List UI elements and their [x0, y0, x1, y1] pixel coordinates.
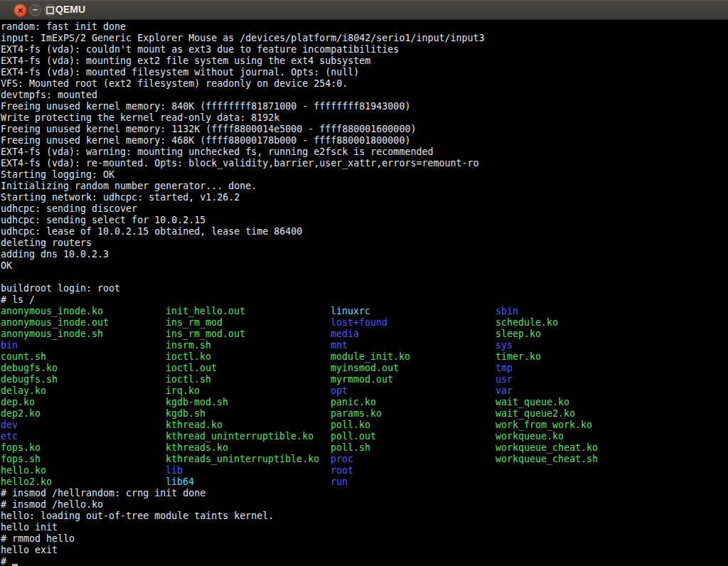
console-line: Freeing unused kernel memory: 1132K (fff… [1, 124, 728, 135]
console-line: udhcpc: sending discover [1, 203, 728, 215]
console-line [1, 272, 728, 283]
file-entry: poll.sh [331, 442, 370, 454]
file-entry: kthreads_uninterruptible.ko [166, 454, 319, 465]
file-entry: delay.ko [1, 385, 46, 397]
ls-output-row: dep.kokgdb-mod.shpanic.kowait_queue.ko [1, 397, 728, 408]
console-line: EXT4-fs (vda): mounted filesystem withou… [1, 67, 728, 78]
directory-entry: bin [1, 340, 18, 351]
symlink-entry: lib64 [166, 476, 194, 488]
console-line: Freeing unused kernel memory: 840K (ffff… [1, 101, 728, 112]
directory-entry: var [496, 385, 513, 397]
ls-output-row: delay.koirq.kooptvar [1, 385, 728, 397]
file-entry: ioctl.ko [166, 351, 211, 363]
directory-entry: etc [1, 431, 18, 442]
console-line: # ls / [1, 294, 728, 306]
symlink-entry: linuxrc [331, 306, 370, 317]
directory-entry: opt [331, 385, 348, 397]
file-entry: wait_queue.ko [496, 397, 569, 408]
console-line: Starting network: udhcpc: started, v1.26… [1, 192, 728, 203]
file-entry: kgdb.sh [166, 408, 205, 420]
file-entry: ins_rm_mod.out [166, 329, 245, 340]
file-entry: fops.ko [1, 442, 41, 454]
ls-output-row: debugfs.shioctl.shmyrmmod.outusr [1, 374, 728, 385]
file-entry: work_from_work.ko [496, 420, 592, 431]
ls-output-row: fops.shkthreads_uninterruptible.koprocwo… [1, 454, 728, 465]
file-entry: myinsmod.out [331, 363, 399, 374]
directory-entry: tmp [496, 363, 513, 374]
file-entry: kthread.ko [166, 420, 223, 431]
file-entry: timer.ko [496, 351, 541, 363]
minimize-button[interactable]: − [29, 4, 41, 16]
file-entry: debugfs.sh [1, 374, 58, 385]
directory-entry: mnt [331, 340, 348, 351]
ls-output-row: anonymous_inode.koinit_hello.outlinuxrcs… [1, 306, 728, 317]
file-entry: workqueue.ko [496, 431, 564, 442]
console-line: adding dns 10.0.2.3 [1, 249, 728, 260]
console-line: EXT4-fs (vda): couldn't mount as ext3 du… [1, 44, 728, 55]
close-icon: × [18, 6, 23, 15]
directory-entry: proc [331, 454, 353, 465]
console-line: deleting routers [1, 237, 728, 249]
file-entry: workqueue_cheat.sh [496, 454, 598, 465]
file-entry: ins_rm_mod [166, 317, 223, 329]
directory-entry: root [331, 465, 353, 476]
ls-output-row: debugfs.koioctl.outmyinsmod.outtmp [1, 363, 728, 374]
file-entry: insrm.sh [166, 340, 211, 351]
qemu-console[interactable]: random: fast init doneinput: ImExPS/2 Ge… [0, 20, 728, 566]
console-line: udhcpc: sending select for 10.0.2.15 [1, 215, 728, 226]
ls-output-row: devkthread.kopoll.kowork_from_work.ko [1, 420, 728, 431]
ls-output-row: anonymous_inode.shins_rm_mod.outmediasle… [1, 329, 728, 340]
minimize-icon: − [33, 5, 38, 14]
shell-prompt-line: # [1, 556, 728, 566]
console-line: udhcpc: lease of 10.0.2.15 obtained, lea… [1, 226, 728, 237]
console-line: hello: loading out-of-tree module taints… [1, 511, 728, 522]
console-line: EXT4-fs (vda): warning: mounting uncheck… [1, 146, 728, 158]
file-entry: hello2.ko [1, 476, 52, 488]
file-entry: wait_queue2.ko [496, 408, 575, 420]
file-entry: ioctl.sh [166, 374, 211, 385]
file-entry: myrmmod.out [331, 374, 393, 385]
maximize-button[interactable] [44, 4, 56, 16]
console-line: Starting logging: OK [1, 169, 728, 181]
file-entry: schedule.ko [496, 317, 558, 329]
ls-output-row: etckthread_uninterruptible.kopoll.outwor… [1, 431, 728, 442]
console-line: OK [1, 260, 728, 272]
file-entry: kthread_uninterruptible.ko [166, 431, 314, 442]
console-line: buildroot login: root [1, 283, 728, 294]
directory-entry: usr [496, 374, 513, 385]
file-entry: anonymous_inode.ko [1, 306, 103, 317]
console-line: input: ImExPS/2 Generic Explorer Mouse a… [1, 33, 728, 44]
console-line: # rmmod hello [1, 533, 728, 545]
ls-output-row: hello.kolibroot [1, 465, 728, 476]
file-entry: poll.out [331, 431, 376, 442]
console-line: # insmod /hellrandom: crng init done [1, 488, 728, 499]
console-line: EXT4-fs (vda): re-mounted. Opts: block_v… [1, 158, 728, 169]
console-line: random: fast init done [1, 21, 728, 33]
console-line: # insmod /hello.ko [1, 499, 728, 511]
file-entry: params.ko [331, 408, 382, 420]
file-entry: ioctl.out [166, 363, 217, 374]
file-entry: count.sh [1, 351, 46, 363]
file-entry: workqueue_cheat.ko [496, 442, 598, 454]
file-entry: kgdb-mod.sh [166, 397, 228, 408]
file-entry: anonymous_inode.sh [1, 329, 103, 340]
close-button[interactable]: × [14, 4, 27, 17]
window-titlebar[interactable]: × − QEMU [0, 0, 728, 20]
file-entry: anonymous_inode.out [1, 317, 109, 329]
console-line: Write protecting the kernel read-only da… [1, 112, 728, 124]
console-line: EXT4-fs (vda): mounting ext2 file system… [1, 55, 728, 67]
directory-entry: sbin [496, 306, 518, 317]
directory-entry: lib [166, 465, 183, 476]
file-entry: debugfs.ko [1, 363, 58, 374]
file-entry: kthreads.ko [166, 442, 228, 454]
file-entry: init_hello.out [166, 306, 245, 317]
file-entry: dep.ko [1, 397, 35, 408]
ls-output-row: dep2.kokgdb.shparams.kowait_queue2.ko [1, 408, 728, 420]
file-entry: module_init.ko [331, 351, 410, 363]
file-entry: hello.ko [1, 465, 46, 476]
console-line: Freeing unused kernel memory: 468K (ffff… [1, 135, 728, 146]
directory-entry: media [331, 329, 359, 340]
file-entry: sleep.ko [496, 329, 541, 340]
ls-output-row: hello2.kolib64run [1, 476, 728, 488]
window-title: QEMU [55, 4, 85, 15]
